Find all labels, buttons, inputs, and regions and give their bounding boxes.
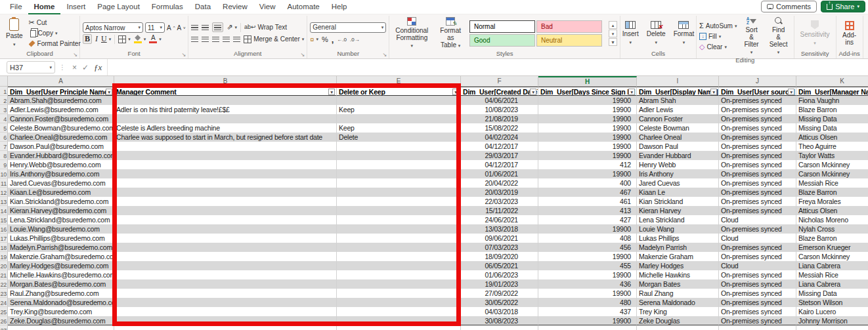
cell-delete-or-keep[interactable] bbox=[337, 316, 461, 325]
align-center-button[interactable] bbox=[202, 34, 209, 44]
cell-days-since-sign-in[interactable]: 19900 bbox=[538, 252, 637, 261]
format-painter-button[interactable]: Format Painter bbox=[29, 39, 81, 49]
cell-delete-or-keep[interactable] bbox=[337, 160, 461, 169]
bottom-align-button[interactable] bbox=[212, 22, 223, 32]
row-number[interactable]: 3 bbox=[0, 105, 8, 114]
cell-user-source[interactable]: On-premises synced bbox=[719, 206, 796, 215]
cell-user-source[interactable]: On-premises synced bbox=[719, 160, 796, 169]
find-select-button[interactable]: Find &Select ▾ bbox=[766, 16, 791, 56]
cell-delete-or-keep[interactable] bbox=[337, 243, 461, 252]
cell-created-date[interactable]: 07/03/2023 bbox=[461, 243, 538, 252]
cell-manager-name[interactable]: Carson Mckinney bbox=[796, 252, 868, 261]
cell-delete-or-keep[interactable] bbox=[337, 151, 461, 160]
table-row[interactable]: 21 Michelle.Hawkins@bsuredemo.com 01/06/… bbox=[0, 270, 868, 279]
styles-more-button[interactable]: ▼ bbox=[609, 38, 617, 46]
cell-days-since-sign-in[interactable]: 19900 bbox=[538, 224, 637, 234]
italic-button[interactable]: I bbox=[95, 34, 98, 44]
cell-created-date[interactable]: 10/08/2023 bbox=[461, 105, 538, 114]
cell-delete-or-keep[interactable] bbox=[337, 142, 461, 151]
cell-manager-comment[interactable] bbox=[114, 289, 337, 298]
font-name-combo[interactable]: Aptos Narrow▾ bbox=[83, 22, 143, 33]
underline-button[interactable]: U▾ bbox=[101, 34, 111, 44]
cell-user-source[interactable]: Cloud bbox=[719, 234, 796, 243]
align-left-button[interactable] bbox=[191, 34, 198, 44]
format-as-table-button[interactable]: Format asTable ▾ bbox=[437, 16, 464, 50]
table-row[interactable]: 26 Zeke.Douglas@bsuredemo.com 30/08/2023… bbox=[0, 316, 868, 325]
cell-created-date[interactable]: 20/03/2019 bbox=[461, 188, 538, 197]
cell-display-name[interactable]: Kieran Harvey bbox=[637, 206, 719, 215]
cell-user-source[interactable]: On-premises synced bbox=[719, 151, 796, 160]
cell-user-source[interactable]: On-premises synced bbox=[719, 289, 796, 298]
cell-user-principle-name[interactable]: Adler.Lewis@bsuredemo.com bbox=[8, 105, 114, 114]
middle-align-button[interactable] bbox=[202, 22, 209, 32]
cell-user-source[interactable]: On-premises synced bbox=[719, 298, 796, 307]
table-row[interactable]: 18 Madelyn.Parrish@bsuredemo.com 07/03/2… bbox=[0, 243, 868, 252]
cell-manager-name[interactable]: Missing Data bbox=[796, 114, 868, 123]
cell-manager-comment[interactable]: Charlee was supposed to start in March, … bbox=[114, 133, 337, 142]
cell-user-source[interactable]: On-premises synced bbox=[719, 279, 796, 289]
tab-file[interactable]: File bbox=[4, 0, 28, 14]
row-number[interactable]: 18 bbox=[0, 243, 8, 252]
cell-user-source[interactable]: On-premises synced bbox=[719, 96, 796, 105]
cell-manager-comment[interactable] bbox=[114, 206, 337, 215]
cell-user-principle-name[interactable]: Henry.Webb@bsuredemo.com bbox=[8, 160, 114, 169]
align-right-button[interactable] bbox=[212, 34, 219, 44]
cell-user-principle-name[interactable]: Charlee.Oneal@bsuredemo.com bbox=[8, 133, 114, 142]
cell-days-since-sign-in[interactable]: 408 bbox=[538, 234, 637, 243]
cell-days-since-sign-in[interactable]: 19900 bbox=[538, 142, 637, 151]
cell-user-source[interactable]: On-premises synced bbox=[719, 105, 796, 114]
column-letter-b[interactable]: B bbox=[114, 76, 337, 86]
cell-display-name[interactable]: Iris Anthony bbox=[637, 169, 719, 178]
tab-home[interactable]: Home bbox=[28, 0, 61, 14]
table-row[interactable]: 19 Makenzie.Graham@bsuredemo.com 18/09/2… bbox=[0, 252, 868, 261]
tab-review[interactable]: Review bbox=[217, 0, 253, 14]
decrease-decimal-button[interactable]: .0→ bbox=[350, 35, 360, 45]
row-number[interactable]: 1 bbox=[0, 87, 8, 96]
column-letter-e[interactable]: E bbox=[337, 76, 461, 86]
cut-button[interactable]: ✂Cut bbox=[29, 18, 81, 28]
cell-user-principle-name[interactable]: Lukas.Phillips@bsuredemo.com bbox=[8, 234, 114, 243]
styles-scroll-up-button[interactable]: ▴ bbox=[609, 21, 617, 29]
style-good[interactable]: Good bbox=[469, 34, 535, 47]
cell-manager-name[interactable]: Missing Data bbox=[796, 123, 868, 133]
cell-delete-or-keep[interactable] bbox=[337, 270, 461, 279]
cell-user-principle-name[interactable]: Marley.Hodges@bsuredemo.com bbox=[8, 261, 114, 270]
cell-display-name[interactable]: Celeste Bowman bbox=[637, 123, 719, 133]
cell-days-since-sign-in[interactable]: 412 bbox=[538, 160, 637, 169]
cell-manager-name[interactable]: Blaze Barron bbox=[796, 188, 868, 197]
cell-display-name[interactable]: Adler Lewis bbox=[637, 105, 719, 114]
cell-manager-name[interactable]: Atticus Olsen bbox=[796, 133, 868, 142]
column-letter-j[interactable]: J bbox=[719, 76, 796, 86]
row-number[interactable]: 17 bbox=[0, 234, 8, 243]
cell-created-date[interactable]: 01/06/2023 bbox=[461, 270, 538, 279]
table-row[interactable]: 24 Serena.Maldonado@bsuredemo.com 30/05/… bbox=[0, 298, 868, 307]
cell-manager-name[interactable]: Missing Data bbox=[796, 289, 868, 298]
cell-manager-name[interactable]: Messiah Rice bbox=[796, 178, 868, 188]
alignment-dialog-launcher[interactable]: ↘ bbox=[301, 52, 305, 58]
filter-dropdown-icon[interactable]: ▼ bbox=[530, 89, 536, 95]
autosum-button[interactable]: ΣAutoSum▾ bbox=[699, 21, 737, 31]
decrease-indent-button[interactable] bbox=[223, 34, 230, 44]
style-neutral[interactable]: Neutral bbox=[536, 34, 602, 47]
cell-user-principle-name[interactable]: Iris.Anthony@bsuredemo.com bbox=[8, 169, 114, 178]
cell-days-since-sign-in[interactable]: 19900 bbox=[538, 316, 637, 325]
row-number[interactable]: 11 bbox=[0, 178, 8, 188]
font-size-combo[interactable]: 11▾ bbox=[145, 22, 165, 33]
cell-created-date[interactable]: 04/12/2017 bbox=[461, 142, 538, 151]
cell-created-date[interactable]: 15/08/2022 bbox=[461, 123, 538, 133]
cell-manager-comment[interactable] bbox=[114, 316, 337, 325]
cell-manager-name[interactable]: Atticus Olsen bbox=[796, 206, 868, 215]
table-row[interactable]: 8 Evander.Hubbard@bsuredemo.com 29/03/20… bbox=[0, 151, 868, 160]
tab-view[interactable]: View bbox=[253, 0, 282, 14]
cell-manager-name[interactable]: Blaze Barron bbox=[796, 234, 868, 243]
cell-created-date[interactable]: 29/03/2017 bbox=[461, 151, 538, 160]
table-row[interactable]: 15 Lena.Strickland@bsuredemo.com 24/06/2… bbox=[0, 215, 868, 224]
cell-days-since-sign-in[interactable]: 19900 bbox=[538, 105, 637, 114]
cell-user-principle-name[interactable]: Madelyn.Parrish@bsuredemo.com bbox=[8, 243, 114, 252]
filter-dropdown-icon[interactable]: ▼ bbox=[328, 89, 335, 95]
column-letter-h-selected[interactable]: H bbox=[538, 76, 637, 86]
cell-display-name[interactable]: Dawson Paul bbox=[637, 142, 719, 151]
cell-user-principle-name[interactable]: Makenzie.Graham@bsuredemo.com bbox=[8, 252, 114, 261]
accounting-format-button[interactable]: ¤▾ bbox=[310, 35, 318, 45]
cell-delete-or-keep[interactable] bbox=[337, 188, 461, 197]
